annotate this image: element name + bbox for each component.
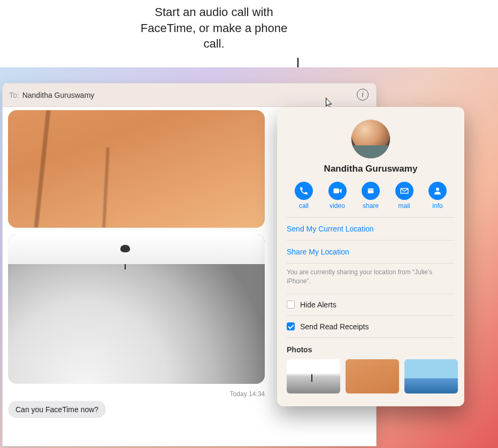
details-info-button[interactable]: i — [357, 89, 369, 101]
call-label: call — [299, 202, 309, 210]
sand-photo — [8, 110, 265, 228]
image-message-landscape[interactable] — [8, 234, 265, 384]
send-read-receipts-row[interactable]: Send Read Receipts — [287, 316, 455, 337]
info-label: info — [432, 202, 442, 210]
to-label: To: — [9, 91, 19, 99]
phone-icon — [295, 182, 313, 200]
video-button[interactable]: video — [323, 182, 353, 210]
details-popover: Nanditha Guruswamy call video share — [277, 107, 464, 406]
info-action-button[interactable]: info — [423, 182, 453, 210]
send-read-receipts-label: Send Read Receipts — [300, 322, 369, 331]
mail-button[interactable]: mail — [389, 182, 419, 210]
svg-rect-1 — [368, 190, 374, 194]
image-message-sand[interactable] — [8, 110, 265, 228]
mail-icon — [395, 182, 413, 200]
contact-avatar[interactable] — [351, 120, 390, 158]
video-icon — [328, 182, 347, 200]
share-button[interactable]: share — [356, 182, 386, 210]
incoming-text-bubble[interactable]: Can you FaceTime now? — [8, 401, 106, 418]
share-label: share — [363, 202, 379, 210]
photo-thumbnail-2[interactable] — [346, 359, 399, 393]
svg-rect-0 — [368, 189, 374, 190]
person-icon — [428, 182, 447, 200]
call-button[interactable]: call — [289, 182, 319, 210]
share-icon — [362, 182, 380, 200]
send-current-location-link[interactable]: Send My Current Location — [287, 218, 455, 240]
mail-label: mail — [398, 202, 410, 210]
photo-thumbnail-1[interactable] — [287, 359, 340, 393]
photos-header: Photos — [287, 338, 455, 359]
hide-alerts-checkbox[interactable] — [287, 300, 295, 308]
share-my-location-link[interactable]: Share My Location — [287, 241, 455, 263]
timestamp: Today 14:34 — [8, 390, 265, 398]
bw-landscape-photo — [8, 234, 265, 384]
send-read-receipts-checkbox[interactable] — [287, 322, 295, 330]
action-row: call video share mail — [287, 182, 455, 217]
video-label: video — [330, 202, 345, 210]
hide-alerts-label: Hide Alerts — [300, 300, 336, 309]
location-sharing-note: You are currently sharing your location … — [287, 264, 455, 293]
svg-point-2 — [436, 188, 439, 191]
to-recipient[interactable]: Nanditha Guruswamy — [22, 91, 95, 99]
hide-alerts-row[interactable]: Hide Alerts — [287, 294, 455, 315]
photos-row — [287, 359, 455, 393]
photo-thumbnail-3[interactable] — [404, 359, 458, 393]
callout-text: Start an audio call with FaceTime, or ma… — [139, 4, 289, 52]
contact-name: Nanditha Guruswamy — [287, 164, 455, 174]
to-bar: To: Nanditha Guruswamy i — [3, 83, 376, 107]
